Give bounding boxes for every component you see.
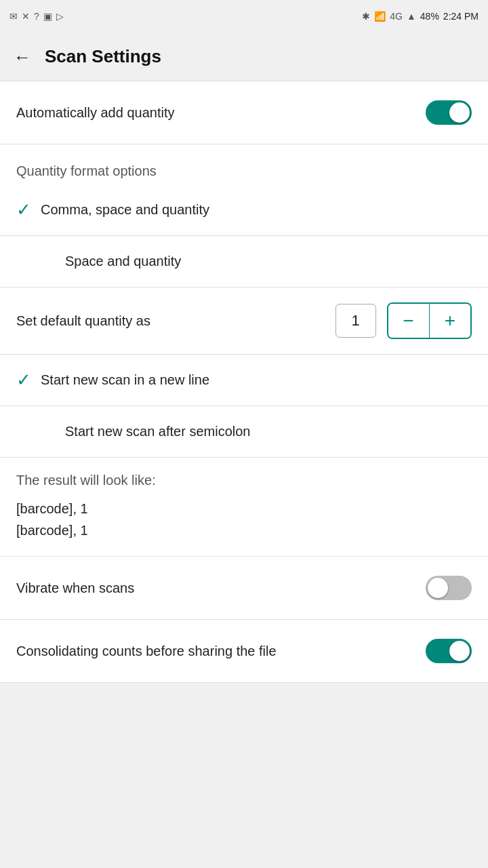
status-bar: ✉ ✕ ? ▣ ▷ ✱ 📶 4G ▲ 48% 2:24 PM — [0, 0, 488, 33]
increase-button[interactable]: + — [430, 304, 470, 338]
toggle-thumb-consolidate — [449, 641, 470, 661]
wifi-icon: 📶 — [374, 11, 386, 22]
help-icon: ? — [34, 11, 39, 22]
settings-content: Automatically add quantity Quantity form… — [0, 81, 488, 683]
page-title: Scan Settings — [45, 46, 161, 67]
quantity-format-section-header: Quantity format options — [0, 144, 488, 184]
toggle-thumb — [449, 102, 470, 123]
preview-line-2: [barcode], 1 — [16, 519, 472, 541]
option-new-line[interactable]: ✓ Start new scan in a new line — [0, 355, 488, 406]
vibrate-toggle[interactable] — [426, 576, 472, 600]
email-icon: ✉ — [9, 11, 18, 22]
lte-icon: 4G — [390, 11, 403, 22]
quantity-format-label: Quantity format options — [16, 163, 157, 178]
option-label: Comma, space and quantity — [41, 202, 209, 218]
preview-line-1: [barcode], 1 — [16, 498, 472, 519]
bluetooth-icon: ✱ — [362, 11, 370, 22]
quantity-value-display: 1 — [336, 304, 376, 338]
decrease-button[interactable]: − — [388, 304, 429, 338]
vibrate-label: Vibrate when scans — [16, 580, 134, 596]
signal-x-icon: ✕ — [22, 11, 30, 22]
auto-add-quantity-toggle[interactable] — [426, 100, 472, 125]
default-quantity-label: Set default quantity as — [16, 313, 325, 329]
toggle-thumb-vibrate — [428, 578, 448, 598]
option-space-quantity[interactable]: ✓ Space and quantity — [0, 236, 488, 288]
auto-add-quantity-label: Automatically add quantity — [16, 105, 174, 121]
signal-icon: ▲ — [407, 11, 416, 22]
option-label: Start new scan after semicolon — [41, 424, 250, 439]
back-button[interactable]: ← — [14, 48, 31, 66]
battery-text: 48% — [420, 11, 439, 22]
option-label: Space and quantity — [41, 254, 181, 269]
check-icon-newline: ✓ — [16, 370, 41, 391]
status-icons-right: ✱ 📶 4G ▲ 48% 2:24 PM — [362, 11, 479, 22]
auto-add-quantity-row: Automatically add quantity — [0, 81, 488, 144]
time-text: 2:24 PM — [443, 11, 479, 22]
image-icon: ▣ — [43, 11, 52, 22]
default-quantity-row: Set default quantity as 1 − + — [0, 288, 488, 355]
vibrate-row: Vibrate when scans — [0, 557, 488, 620]
status-icons-left: ✉ ✕ ? ▣ ▷ — [9, 11, 64, 22]
consolidate-label: Consolidating counts before sharing the … — [16, 644, 277, 659]
toolbar: ← Scan Settings — [0, 33, 488, 81]
consolidate-row: Consolidating counts before sharing the … — [0, 620, 488, 683]
option-comma-space-quantity[interactable]: ✓ Comma, space and quantity — [0, 184, 488, 236]
option-semicolon[interactable]: ✓ Start new scan after semicolon — [0, 406, 488, 458]
stepper-group: − + — [387, 302, 472, 339]
option-label: Start new scan in a new line — [41, 372, 209, 388]
check-icon: ✓ — [16, 199, 41, 220]
video-icon: ▷ — [56, 11, 64, 22]
consolidate-toggle[interactable] — [426, 639, 472, 663]
preview-section: The result will look like: [barcode], 1 … — [0, 458, 488, 557]
preview-title: The result will look like: — [16, 473, 472, 488]
